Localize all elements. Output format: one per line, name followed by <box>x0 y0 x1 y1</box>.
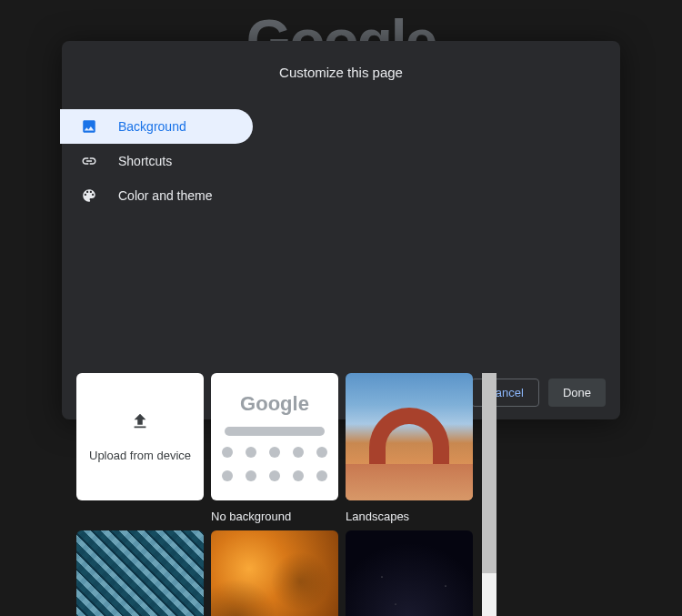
upload-label: Upload from device <box>89 449 191 462</box>
landscapes-tile[interactable]: Landscapes <box>346 373 473 523</box>
category-tile[interactable] <box>211 530 338 616</box>
sidebar-item-shortcuts[interactable]: Shortcuts <box>62 144 253 178</box>
palette-icon <box>80 187 98 205</box>
dialog-body: Background Shortcuts Color and theme <box>62 98 620 419</box>
sidebar-item-label: Color and theme <box>118 188 213 203</box>
scrollbar-thumb[interactable] <box>482 373 496 573</box>
upload-icon <box>130 411 150 434</box>
sidebar-item-background[interactable]: Background <box>60 109 253 144</box>
mock-google-logo: Google <box>240 392 309 416</box>
category-tile[interactable] <box>346 530 473 616</box>
image-icon <box>80 117 98 136</box>
tile-label: Landscapes <box>346 510 473 523</box>
upload-tile[interactable]: Upload from device <box>76 373 204 523</box>
dialog-title: Customize this page <box>62 41 620 98</box>
link-icon <box>80 152 98 170</box>
category-tile[interactable] <box>76 530 204 616</box>
geometric-thumbnail <box>76 530 204 616</box>
sidebar-item-label: Background <box>118 119 186 134</box>
gallery-scrollbar[interactable] <box>482 373 496 616</box>
tile-label: No background <box>211 510 338 523</box>
done-button[interactable]: Done <box>548 379 606 407</box>
no-background-tile[interactable]: Google No background <box>211 373 338 523</box>
background-gallery: Upload from device Google No background … <box>76 373 495 616</box>
mock-shortcut-dots <box>222 447 327 481</box>
mock-search-bar <box>225 427 325 436</box>
nightsky-thumbnail <box>346 530 473 616</box>
landscape-thumbnail <box>346 373 473 500</box>
sidebar-item-color-theme[interactable]: Color and theme <box>62 178 253 213</box>
texture-thumbnail <box>211 530 338 616</box>
customize-dialog: Customize this page Background Shortcuts… <box>62 41 620 419</box>
sidebar-item-label: Shortcuts <box>118 154 172 168</box>
sidebar: Background Shortcuts Color and theme <box>62 98 262 419</box>
